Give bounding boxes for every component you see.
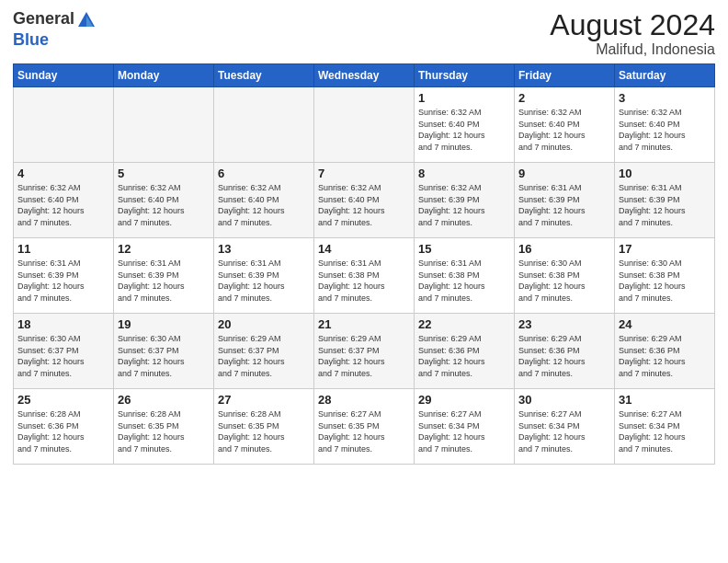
calendar-cell: 9Sunrise: 6:31 AM Sunset: 6:39 PM Daylig… xyxy=(515,163,615,238)
calendar-cell: 13Sunrise: 6:31 AM Sunset: 6:39 PM Dayli… xyxy=(214,238,314,314)
day-number: 19 xyxy=(118,317,210,331)
th-friday: Friday xyxy=(515,64,615,87)
day-info: Sunrise: 6:32 AM Sunset: 6:40 PM Dayligh… xyxy=(619,107,711,153)
day-number: 14 xyxy=(318,242,410,256)
calendar-week-row: 11Sunrise: 6:31 AM Sunset: 6:39 PM Dayli… xyxy=(14,238,715,314)
day-number: 29 xyxy=(418,393,510,407)
day-number: 25 xyxy=(17,393,109,407)
calendar-cell: 10Sunrise: 6:31 AM Sunset: 6:39 PM Dayli… xyxy=(615,163,715,238)
th-wednesday: Wednesday xyxy=(314,64,415,87)
calendar-cell xyxy=(114,87,214,163)
day-info: Sunrise: 6:30 AM Sunset: 6:37 PM Dayligh… xyxy=(118,333,210,379)
calendar-title: August 2024 xyxy=(550,9,715,41)
day-info: Sunrise: 6:32 AM Sunset: 6:40 PM Dayligh… xyxy=(518,107,610,153)
day-info: Sunrise: 6:28 AM Sunset: 6:36 PM Dayligh… xyxy=(17,408,109,454)
day-info: Sunrise: 6:32 AM Sunset: 6:39 PM Dayligh… xyxy=(418,182,510,228)
day-info: Sunrise: 6:32 AM Sunset: 6:40 PM Dayligh… xyxy=(418,107,510,153)
header: General Blue August 2024 Malifud, Indone… xyxy=(13,9,715,58)
day-number: 13 xyxy=(218,242,310,256)
calendar-cell xyxy=(214,87,314,163)
day-number: 10 xyxy=(619,167,711,180)
calendar-cell: 25Sunrise: 6:28 AM Sunset: 6:36 PM Dayli… xyxy=(14,389,114,465)
calendar-cell: 26Sunrise: 6:28 AM Sunset: 6:35 PM Dayli… xyxy=(114,389,214,465)
calendar-cell: 11Sunrise: 6:31 AM Sunset: 6:39 PM Dayli… xyxy=(14,238,114,314)
day-number: 30 xyxy=(518,393,610,407)
day-number: 6 xyxy=(218,167,310,180)
calendar-cell: 16Sunrise: 6:30 AM Sunset: 6:38 PM Dayli… xyxy=(515,238,615,314)
calendar-cell xyxy=(314,87,415,163)
day-info: Sunrise: 6:29 AM Sunset: 6:37 PM Dayligh… xyxy=(318,333,410,379)
day-number: 5 xyxy=(118,167,210,180)
calendar-cell: 8Sunrise: 6:32 AM Sunset: 6:39 PM Daylig… xyxy=(415,163,515,238)
day-number: 21 xyxy=(318,317,410,331)
day-info: Sunrise: 6:30 AM Sunset: 6:37 PM Dayligh… xyxy=(17,333,109,379)
day-number: 8 xyxy=(418,167,510,180)
day-info: Sunrise: 6:27 AM Sunset: 6:34 PM Dayligh… xyxy=(619,408,711,454)
calendar-cell: 7Sunrise: 6:32 AM Sunset: 6:40 PM Daylig… xyxy=(314,163,415,238)
calendar-cell: 15Sunrise: 6:31 AM Sunset: 6:38 PM Dayli… xyxy=(415,238,515,314)
day-info: Sunrise: 6:29 AM Sunset: 6:36 PM Dayligh… xyxy=(619,333,711,379)
day-info: Sunrise: 6:30 AM Sunset: 6:38 PM Dayligh… xyxy=(518,258,610,304)
calendar-cell: 1Sunrise: 6:32 AM Sunset: 6:40 PM Daylig… xyxy=(415,87,515,163)
day-info: Sunrise: 6:31 AM Sunset: 6:38 PM Dayligh… xyxy=(318,258,410,304)
day-number: 4 xyxy=(17,167,109,180)
calendar-cell: 19Sunrise: 6:30 AM Sunset: 6:37 PM Dayli… xyxy=(114,314,214,389)
day-info: Sunrise: 6:29 AM Sunset: 6:36 PM Dayligh… xyxy=(518,333,610,379)
calendar-cell: 24Sunrise: 6:29 AM Sunset: 6:36 PM Dayli… xyxy=(615,314,715,389)
day-number: 1 xyxy=(418,91,510,105)
day-number: 17 xyxy=(619,242,711,256)
calendar-week-row: 4Sunrise: 6:32 AM Sunset: 6:40 PM Daylig… xyxy=(14,163,715,238)
day-number: 20 xyxy=(218,317,310,331)
calendar-cell: 3Sunrise: 6:32 AM Sunset: 6:40 PM Daylig… xyxy=(615,87,715,163)
day-info: Sunrise: 6:31 AM Sunset: 6:39 PM Dayligh… xyxy=(518,182,610,228)
calendar-cell: 4Sunrise: 6:32 AM Sunset: 6:40 PM Daylig… xyxy=(14,163,114,238)
day-number: 18 xyxy=(17,317,109,331)
logo-icon xyxy=(76,10,97,30)
day-number: 22 xyxy=(418,317,510,331)
day-info: Sunrise: 6:32 AM Sunset: 6:40 PM Dayligh… xyxy=(318,182,410,228)
day-info: Sunrise: 6:31 AM Sunset: 6:39 PM Dayligh… xyxy=(17,258,109,304)
th-thursday: Thursday xyxy=(415,64,515,87)
day-info: Sunrise: 6:27 AM Sunset: 6:35 PM Dayligh… xyxy=(318,408,410,454)
calendar-cell: 20Sunrise: 6:29 AM Sunset: 6:37 PM Dayli… xyxy=(214,314,314,389)
calendar-cell: 14Sunrise: 6:31 AM Sunset: 6:38 PM Dayli… xyxy=(314,238,415,314)
day-number: 2 xyxy=(518,91,610,105)
calendar-cell: 21Sunrise: 6:29 AM Sunset: 6:37 PM Dayli… xyxy=(314,314,415,389)
calendar-cell: 22Sunrise: 6:29 AM Sunset: 6:36 PM Dayli… xyxy=(415,314,515,389)
calendar-cell: 29Sunrise: 6:27 AM Sunset: 6:34 PM Dayli… xyxy=(415,389,515,465)
calendar-cell: 18Sunrise: 6:30 AM Sunset: 6:37 PM Dayli… xyxy=(14,314,114,389)
calendar-table: Sunday Monday Tuesday Wednesday Thursday… xyxy=(13,63,715,465)
th-monday: Monday xyxy=(114,64,214,87)
day-number: 31 xyxy=(619,393,711,407)
day-number: 11 xyxy=(17,242,109,256)
day-info: Sunrise: 6:29 AM Sunset: 6:36 PM Dayligh… xyxy=(418,333,510,379)
calendar-cell: 6Sunrise: 6:32 AM Sunset: 6:40 PM Daylig… xyxy=(214,163,314,238)
th-sunday: Sunday xyxy=(14,64,114,87)
day-number: 28 xyxy=(318,393,410,407)
calendar-week-row: 18Sunrise: 6:30 AM Sunset: 6:37 PM Dayli… xyxy=(14,314,715,389)
calendar-cell: 27Sunrise: 6:28 AM Sunset: 6:35 PM Dayli… xyxy=(214,389,314,465)
day-info: Sunrise: 6:29 AM Sunset: 6:37 PM Dayligh… xyxy=(218,333,310,379)
day-number: 27 xyxy=(218,393,310,407)
day-number: 9 xyxy=(518,167,610,180)
day-info: Sunrise: 6:27 AM Sunset: 6:34 PM Dayligh… xyxy=(418,408,510,454)
day-number: 26 xyxy=(118,393,210,407)
day-number: 24 xyxy=(619,317,711,331)
day-info: Sunrise: 6:30 AM Sunset: 6:38 PM Dayligh… xyxy=(619,258,711,304)
day-info: Sunrise: 6:31 AM Sunset: 6:39 PM Dayligh… xyxy=(218,258,310,304)
calendar-subtitle: Malifud, Indonesia xyxy=(550,41,715,58)
logo-blue: Blue xyxy=(13,30,49,49)
day-info: Sunrise: 6:31 AM Sunset: 6:39 PM Dayligh… xyxy=(619,182,711,228)
calendar-cell xyxy=(14,87,114,163)
logo-text: General Blue xyxy=(13,9,97,50)
calendar-cell: 30Sunrise: 6:27 AM Sunset: 6:34 PM Dayli… xyxy=(515,389,615,465)
day-info: Sunrise: 6:28 AM Sunset: 6:35 PM Dayligh… xyxy=(218,408,310,454)
th-tuesday: Tuesday xyxy=(214,64,314,87)
day-info: Sunrise: 6:32 AM Sunset: 6:40 PM Dayligh… xyxy=(218,182,310,228)
calendar-week-row: 25Sunrise: 6:28 AM Sunset: 6:36 PM Dayli… xyxy=(14,389,715,465)
calendar-cell: 2Sunrise: 6:32 AM Sunset: 6:40 PM Daylig… xyxy=(515,87,615,163)
th-saturday: Saturday xyxy=(615,64,715,87)
day-number: 23 xyxy=(518,317,610,331)
calendar-cell: 17Sunrise: 6:30 AM Sunset: 6:38 PM Dayli… xyxy=(615,238,715,314)
calendar-cell: 31Sunrise: 6:27 AM Sunset: 6:34 PM Dayli… xyxy=(615,389,715,465)
